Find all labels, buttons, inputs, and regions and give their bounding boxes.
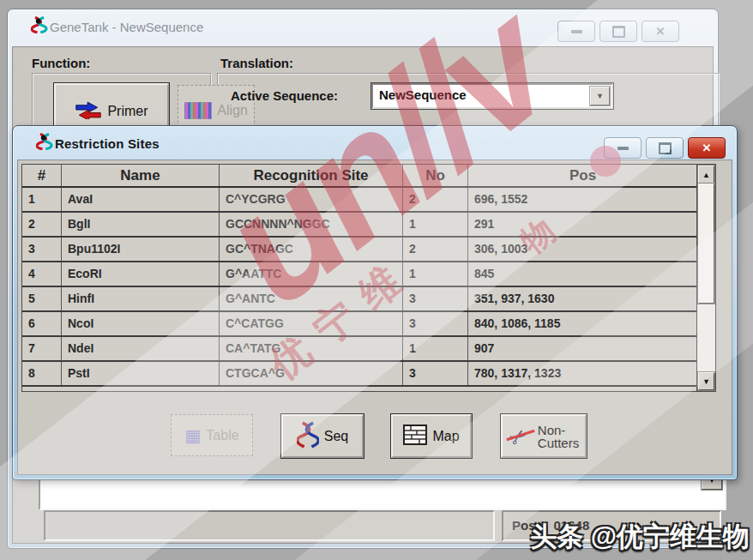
pos-value: 01648: [554, 518, 590, 533]
table-cell: 4: [22, 262, 62, 286]
table-cell: 907: [468, 337, 697, 360]
header-no: No: [403, 165, 468, 186]
non-cutters-button[interactable]: ✂ Non- Cutters: [501, 414, 587, 458]
scroll-down-button[interactable]: ▼: [698, 372, 714, 390]
table-row[interactable]: 1AvaIC^YCGRG2696, 1552: [22, 188, 697, 213]
table-row[interactable]: 5HinfIG^ANTC3351, 937, 1630: [22, 287, 697, 312]
header-recognition-site: Recognition Site: [220, 165, 403, 186]
table-cell: 2: [22, 213, 62, 236]
table-scrollbar[interactable]: ▲ ▼: [696, 165, 715, 391]
restriction-table-columns: # Name Recognition Site No Pos 1AvaIC^YC…: [22, 165, 697, 391]
dialog-maximize-button[interactable]: [646, 137, 684, 159]
map-button[interactable]: Map: [391, 414, 472, 458]
combo-dropdown-button[interactable]: ▼: [590, 87, 610, 105]
table-cell: 5: [22, 287, 62, 310]
dialog-titlebar[interactable]: Restriction Sites ✕: [12, 125, 738, 163]
table-cell: 845: [468, 262, 697, 286]
table-cell: G^AATTC: [220, 262, 403, 286]
maximize-icon: [659, 142, 672, 154]
chevron-down-icon: ▼: [702, 377, 710, 386]
table-cell: 306, 1003: [468, 238, 697, 261]
table-cell: PstI: [62, 362, 220, 385]
table-cell: 1: [22, 188, 62, 211]
align-icon: [184, 102, 212, 119]
table-cell: 3: [403, 312, 468, 335]
main-window-title: GeneTank - NewSequence: [50, 20, 203, 34]
table-row[interactable]: 4EcoRIG^AATTC1845: [22, 262, 697, 287]
dialog-caption-buttons: ✕: [604, 137, 726, 159]
seq-button[interactable]: Seq: [281, 414, 364, 458]
scrollbar-thumb[interactable]: [698, 184, 714, 304]
scroll-up-button[interactable]: ▲: [698, 166, 714, 184]
close-icon: ✕: [656, 26, 666, 37]
table-cell: GC^TNAGC: [220, 238, 403, 261]
table-cell: C^YCGRG: [220, 188, 403, 211]
dialog-title: Restriction Sites: [55, 136, 160, 151]
table-row[interactable]: 2BglIGCCNNNN^NGGC1291: [22, 213, 697, 238]
close-icon: ✕: [702, 142, 712, 154]
table-cell: GCCNNNN^NGGC: [220, 213, 403, 236]
minimize-button[interactable]: [557, 21, 595, 42]
primer-arrows-icon: [75, 100, 102, 123]
table-cell: NcoI: [62, 312, 220, 335]
minimize-icon: [617, 147, 629, 150]
chevron-up-icon: ▲: [702, 171, 710, 179]
table-cell: 291: [468, 213, 697, 236]
table-row[interactable]: 8PstICTGCA^G3780, 1317, 1323: [22, 362, 697, 387]
restriction-table: # Name Recognition Site No Pos 1AvaIC^YC…: [21, 164, 716, 392]
table-row[interactable]: 3Bpu1102IGC^TNAGC2306, 1003: [22, 238, 697, 262]
table-cell: 6: [22, 312, 62, 335]
table-grid-icon: ▦: [184, 425, 201, 446]
table-row[interactable]: 6NcoIC^CATGG3840, 1086, 1185: [22, 312, 697, 337]
table-cell: C^CATGG: [220, 312, 403, 335]
main-titlebar[interactable]: GeneTank - NewSequence ✕: [7, 9, 719, 46]
main-caption-buttons: ✕: [557, 21, 679, 42]
close-button[interactable]: ✕: [642, 21, 679, 42]
dialog-close-button[interactable]: ✕: [688, 137, 726, 159]
table-cell: 351, 937, 1630: [468, 287, 697, 310]
maximize-icon: [612, 26, 625, 38]
table-cell: CA^TATG: [220, 337, 403, 360]
dna-helix-icon: [297, 421, 319, 452]
table-cell: CTGCA^G: [220, 362, 403, 385]
header-name: Name: [62, 165, 220, 186]
table-button[interactable]: ▦ Table: [171, 414, 253, 456]
screenshot-root: GeneTank - NewSequence ✕ Function: Trans…: [0, 0, 753, 560]
active-sequence-combobox[interactable]: NewSequence ▼: [371, 83, 613, 109]
status-panel-pos: Pos:01648: [502, 510, 721, 541]
table-cell: 7: [22, 337, 62, 360]
genetank-dna-icon: [31, 16, 48, 33]
table-cell: Bpu1102I: [62, 238, 220, 261]
dialog-minimize-button[interactable]: [604, 137, 642, 159]
header-pos: Pos: [468, 165, 697, 186]
table-cell: HinfI: [62, 287, 220, 310]
table-cell: 840, 1086, 1185: [468, 312, 697, 335]
table-button-label: Table: [206, 428, 238, 443]
table-cell: BglI: [62, 213, 220, 236]
pos-label: Pos:: [512, 518, 540, 533]
primer-button-label: Primer: [107, 104, 148, 119]
restriction-sites-window: Restriction Sites ✕ # Name Recognition S…: [12, 125, 738, 480]
table-cell: AvaI: [62, 188, 220, 211]
table-cell: 2: [403, 238, 468, 261]
map-icon: [403, 425, 427, 449]
restriction-table-body: 1AvaIC^YCGRG2696, 15522BglIGCCNNNN^NGGC1…: [22, 188, 697, 387]
table-row[interactable]: 7NdeICA^TATG1907: [22, 337, 697, 362]
table-cell: 3: [22, 238, 62, 261]
table-cell: EcoRI: [62, 262, 220, 286]
table-cell: 8: [22, 362, 62, 385]
scissors-no-cut-icon: ✂: [509, 425, 533, 449]
table-cell: 3: [403, 362, 468, 385]
table-cell: 2: [403, 188, 468, 211]
table-cell: 1: [403, 337, 468, 360]
table-cell: 780, 1317, 1323: [468, 362, 697, 385]
chevron-down-icon: ▼: [596, 92, 604, 100]
header-number: #: [22, 165, 62, 186]
maximize-button[interactable]: [599, 21, 637, 42]
restriction-dna-icon: [36, 133, 53, 150]
align-button-label: Align: [217, 103, 248, 118]
table-cell: NdeI: [62, 337, 220, 360]
status-panel-left: [44, 510, 495, 541]
active-sequence-value: NewSequence: [379, 87, 467, 102]
table-cell: 1: [403, 262, 468, 286]
